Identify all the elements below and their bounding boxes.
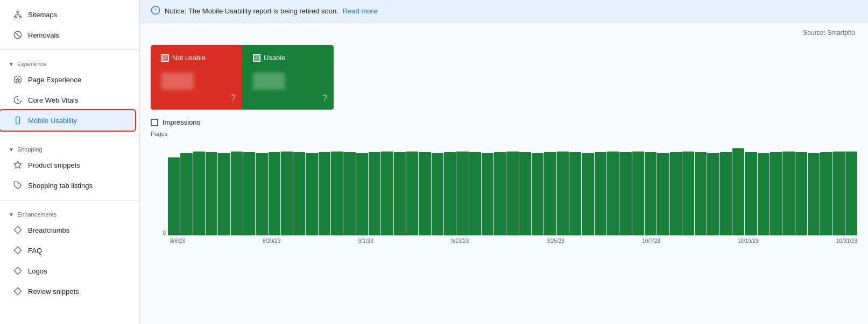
chart-bar [595, 152, 606, 235]
sidebar-item-removals[interactable]: Removals [0, 25, 135, 45]
chart-bar [645, 152, 657, 235]
impressions-label: Impressions [163, 118, 200, 126]
chart-bar [469, 152, 481, 235]
sidebar-item-label: Core Web Vitals [28, 96, 78, 104]
chart-bar [193, 152, 205, 235]
chart-bar [632, 152, 644, 235]
svg-marker-16 [14, 267, 21, 274]
notice-banner: Notice: The Mobile Usability report is b… [140, 0, 868, 23]
divider [0, 49, 139, 50]
chart-bar [519, 152, 531, 235]
divider [0, 200, 139, 200]
sidebar-item-sitemaps[interactable]: Sitemaps [0, 4, 135, 25]
sidebar-item-mobile-usability[interactable]: Mobile Usability [0, 110, 135, 131]
chart-bar [820, 152, 832, 235]
svg-rect-2 [19, 17, 22, 18]
chart-x-label: 8/20/23 [263, 238, 280, 244]
not-usable-label: Not usable [172, 54, 206, 62]
page-experience-icon [13, 75, 23, 84]
chart-bar [670, 152, 682, 235]
sidebar-item-label: Mobile Usability [28, 117, 77, 125]
review-snippets-icon [13, 286, 23, 296]
chart-bar [770, 152, 782, 235]
chart-bar [206, 152, 217, 235]
usable-checkbox[interactable] [253, 54, 260, 62]
chart-bar [808, 153, 820, 235]
not-usable-card: Not usable ? [151, 45, 242, 110]
chart-bar [356, 153, 368, 235]
faq-icon [13, 246, 23, 255]
sidebar-item-label: Review snippets [28, 287, 79, 296]
not-usable-header: Not usable [161, 54, 231, 62]
notice-read-more-link[interactable]: Read more [343, 7, 377, 15]
chart-bar [758, 153, 770, 235]
notice-text: Notice: The Mobile Usability report is b… [165, 7, 338, 15]
sidebar-item-breadcrumbs[interactable]: Breadcrumbs [0, 220, 135, 240]
sidebar-item-faq[interactable]: FAQ [0, 240, 135, 261]
chevron-icon: ▼ [9, 212, 14, 218]
svg-marker-17 [14, 287, 21, 294]
sidebar-item-label: Removals [28, 31, 59, 39]
impressions-checkbox[interactable] [151, 119, 158, 126]
chart-bar [682, 152, 694, 235]
svg-point-9 [14, 76, 21, 83]
sidebar-item-label: Breadcrumbs [28, 226, 69, 234]
chart-bar [845, 152, 857, 235]
chart-bar [569, 152, 581, 235]
sitemap-icon [13, 10, 23, 19]
chart-bar [231, 152, 243, 235]
chart-bar [331, 152, 343, 235]
sidebar: Sitemaps Removals ▼ Experience Page Expe… [0, 0, 140, 324]
usable-label: Usable [264, 54, 285, 62]
experience-section-label: ▼ Experience [0, 54, 139, 69]
chart-bars [168, 139, 857, 236]
chart-bar [695, 152, 707, 235]
chart-x-labels: 8/8/238/20/239/1/239/13/239/25/2310/7/23… [151, 236, 857, 244]
impressions-row: Impressions [151, 118, 857, 126]
not-usable-value [161, 68, 231, 94]
chart-y-label: Pages [151, 131, 857, 137]
chart-bar [607, 152, 619, 235]
chart-x-label: 10/7/23 [642, 238, 660, 244]
chart-x-label: 9/25/23 [547, 238, 564, 244]
mobile-usability-icon [13, 116, 23, 125]
chart-bar [544, 152, 556, 235]
chevron-icon: ▼ [9, 61, 14, 67]
sidebar-item-review-snippets[interactable]: Review snippets [0, 281, 135, 301]
chart-bar [745, 152, 757, 235]
not-usable-checkbox[interactable] [161, 54, 169, 62]
breadcrumbs-icon [13, 225, 23, 235]
chart-bar [243, 152, 255, 235]
sidebar-item-label: Shopping tab listings [28, 182, 93, 190]
sidebar-item-shopping-tab-listings[interactable]: Shopping tab listings [0, 175, 135, 196]
sidebar-item-logos[interactable]: Logos [0, 261, 135, 281]
chart-bar [306, 153, 317, 235]
sidebar-item-page-experience[interactable]: Page Experience [0, 69, 135, 90]
sidebar-item-label: Sitemaps [28, 11, 57, 19]
chart-bar [419, 152, 431, 235]
product-snippets-icon [13, 160, 23, 170]
chart-bar [482, 153, 493, 235]
chevron-icon: ▼ [9, 147, 14, 153]
core-web-vitals-icon [13, 95, 23, 105]
chart-bar [582, 153, 594, 235]
chart-x-label: 9/1/23 [358, 238, 373, 244]
svg-rect-1 [14, 17, 16, 18]
chart-bar [281, 152, 293, 235]
usable-help-icon[interactable]: ? [322, 93, 327, 103]
chart-bar [432, 153, 443, 235]
source-label: Source: Smartpho [140, 29, 868, 41]
chart-bar [343, 152, 355, 235]
svg-line-8 [15, 32, 20, 37]
chart-bar [394, 152, 406, 235]
sidebar-item-core-web-vitals[interactable]: Core Web Vitals [0, 90, 135, 110]
chart-bar [168, 157, 180, 235]
info-icon [151, 5, 160, 17]
sidebar-item-product-snippets[interactable]: Product snippets [0, 155, 135, 175]
not-usable-help-icon[interactable]: ? [231, 93, 236, 103]
chart-bar [795, 152, 807, 235]
chart-bar [833, 152, 845, 235]
shopping-tab-icon [13, 181, 23, 190]
chart-bar [657, 153, 669, 235]
chart-bar [406, 152, 418, 235]
